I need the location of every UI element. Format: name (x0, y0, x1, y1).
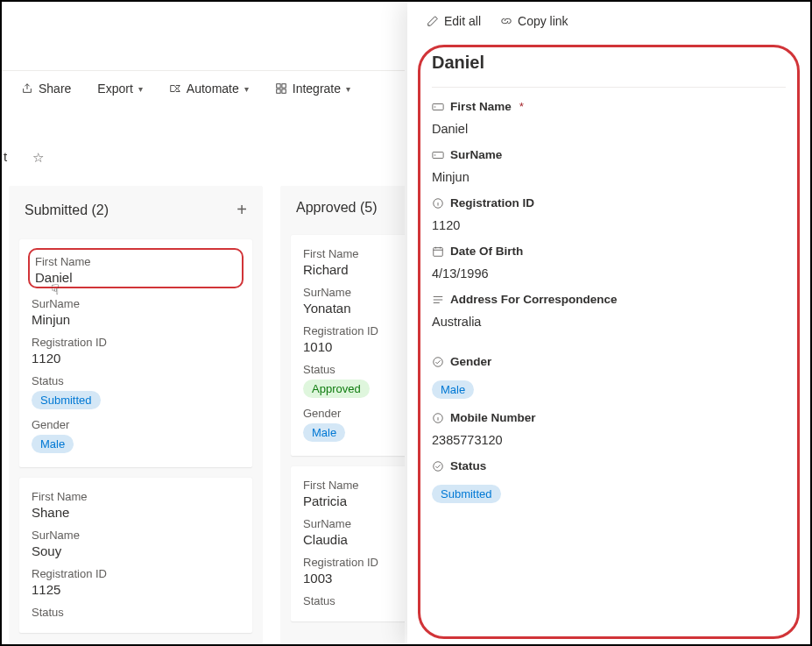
column-header-submitted: Submitted (2) + (9, 186, 263, 239)
choice-icon (432, 460, 444, 472)
add-card-button[interactable]: + (237, 200, 247, 220)
board-view: Submitted (2) + First Name Daniel ☟ SurN… (2, 186, 405, 643)
text-field-icon (432, 101, 444, 113)
field-value: 4/13/1996 (432, 266, 786, 280)
text-field-icon (432, 149, 444, 161)
integrate-label: Integrate (293, 82, 341, 96)
field-label: Gender (32, 418, 240, 431)
info-icon (432, 412, 444, 424)
field-value: Daniel (432, 122, 786, 136)
copy-link-label: Copy link (518, 14, 568, 28)
field-label: Date Of Birth (450, 245, 523, 258)
field-label: Registration ID (32, 567, 240, 580)
field-label: SurName (303, 517, 405, 530)
field-label: First Name (303, 479, 405, 492)
field-label: Status (32, 606, 240, 619)
field-value: 1010 (303, 339, 405, 354)
svg-rect-0 (277, 84, 280, 88)
field-mobile[interactable]: Mobile Number 2385773120 (432, 411, 786, 447)
field-label: Status (450, 459, 486, 472)
svg-point-8 (434, 357, 443, 366)
field-value: Shane (32, 505, 240, 520)
field-dob[interactable]: Date Of Birth 4/13/1996 (432, 245, 786, 280)
status-badge: Submitted (32, 391, 101, 409)
field-status[interactable]: Status Submitted (432, 459, 786, 503)
favorite-star[interactable]: ☆ (2, 146, 405, 169)
link-icon (500, 15, 512, 27)
panel-body: Daniel First Name* Daniel SurName Minjun… (407, 40, 810, 524)
svg-rect-1 (282, 84, 286, 88)
field-registration-id[interactable]: Registration ID 1120 (432, 196, 786, 232)
status-badge: Approved (303, 380, 370, 398)
multiline-icon (432, 294, 444, 306)
svg-point-10 (434, 461, 443, 471)
field-label: Status (303, 363, 405, 376)
integrate-icon (275, 82, 287, 95)
field-label: Registration ID (303, 556, 405, 569)
field-value: 1125 (32, 582, 240, 597)
field-label: SurName (32, 297, 240, 310)
edit-all-button[interactable]: Edit all (427, 14, 481, 28)
field-label: Status (32, 374, 240, 387)
gender-badge: Male (432, 380, 474, 399)
field-address[interactable]: Address For Correspondence Australia (432, 293, 786, 329)
field-label: Registration ID (303, 324, 405, 337)
field-label: SurName (32, 529, 240, 542)
panel-title: Daniel (432, 53, 786, 88)
column-title: Submitted (2) (25, 202, 109, 218)
integrate-button[interactable]: Integrate ▾ (275, 82, 350, 96)
field-surname[interactable]: SurName Minjun (432, 148, 786, 184)
field-label: Status (303, 594, 405, 607)
svg-rect-3 (282, 89, 286, 93)
copy-link-button[interactable]: Copy link (500, 14, 568, 28)
field-label: Gender (450, 355, 491, 368)
field-label: First Name (303, 247, 405, 260)
field-label: First Name (35, 255, 235, 268)
pencil-icon (427, 15, 439, 27)
export-button[interactable]: Export ▾ (97, 82, 142, 96)
card-shane[interactable]: First Name Shane SurName Souy Registrati… (19, 478, 252, 633)
calendar-icon (432, 245, 444, 258)
field-value: 1120 (432, 218, 786, 232)
choice-icon (432, 356, 444, 368)
field-first-name[interactable]: First Name* Daniel (432, 100, 786, 136)
field-label: Address For Correspondence (450, 293, 618, 306)
field-value: Souy (32, 543, 240, 558)
column-approved: Approved (5) First Name Richard SurName … (280, 186, 405, 643)
field-value: 2385773120 (432, 433, 786, 447)
column-submitted: Submitted (2) + First Name Daniel ☟ SurN… (9, 186, 263, 643)
info-icon (432, 197, 444, 209)
field-label: SurName (450, 148, 502, 161)
automate-label: Automate (187, 82, 239, 96)
field-value: Patricia (303, 493, 405, 508)
field-value: Minjun (32, 312, 240, 327)
automate-icon (169, 82, 181, 95)
card-richard[interactable]: First Name Richard SurName Yonatan Regis… (291, 235, 405, 456)
annotation-highlight: First Name Daniel ☟ (28, 248, 244, 288)
command-bar: Share Export ▾ Automate ▾ Integrate ▾ (2, 70, 405, 106)
card-daniel[interactable]: First Name Daniel ☟ SurName Minjun Regis… (19, 239, 252, 467)
field-label: Registration ID (32, 336, 240, 349)
chevron-down-icon: ▾ (138, 84, 143, 94)
field-gender[interactable]: Gender Male (432, 355, 786, 399)
field-value: Australia (432, 315, 786, 329)
share-label: Share (39, 82, 71, 96)
field-value: Minjun (432, 170, 786, 184)
field-label: Gender (303, 407, 405, 420)
share-button[interactable]: Share (21, 82, 71, 96)
card-patricia[interactable]: First Name Patricia SurName Claudia Regi… (291, 466, 405, 621)
field-label: Mobile Number (450, 411, 536, 424)
field-value: 1120 (32, 351, 240, 366)
column-header-approved: Approved (5) (280, 186, 405, 235)
automate-button[interactable]: Automate ▾ (169, 82, 249, 96)
field-value: 1003 (303, 571, 405, 586)
field-value: Richard (303, 262, 405, 277)
field-value: Yonatan (303, 301, 405, 316)
edit-all-label: Edit all (444, 14, 481, 28)
details-panel: Edit all Copy link Daniel First Name* Da… (407, 2, 810, 644)
field-label: Registration ID (450, 196, 534, 209)
cursor-icon: ☟ (51, 281, 60, 298)
gender-badge: Male (303, 423, 345, 442)
svg-rect-2 (277, 89, 280, 93)
export-label: Export (97, 82, 132, 96)
